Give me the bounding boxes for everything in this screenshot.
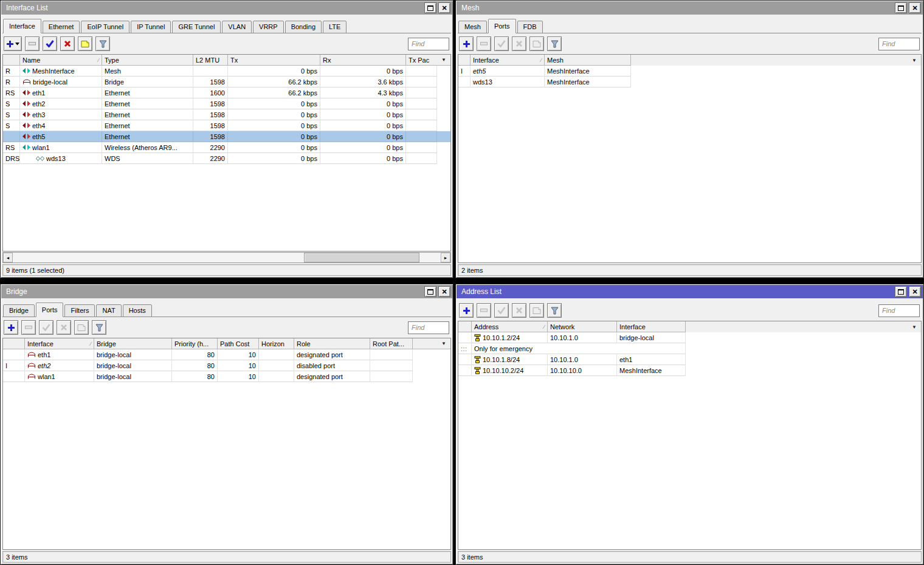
table-row[interactable]: S eth3 Ethernet 1598 0 bps 0 bps bbox=[3, 109, 450, 120]
find-input[interactable] bbox=[408, 321, 449, 334]
table-row[interactable]: R MeshInterface Mesh 0 bps 0 bps bbox=[3, 66, 450, 77]
tab-hosts[interactable]: Hosts bbox=[123, 304, 152, 317]
table-row[interactable]: S eth2 Ethernet 1598 0 bps 0 bps bbox=[3, 98, 450, 109]
txpac-column-header[interactable]: Tx Pac bbox=[406, 55, 437, 66]
column-menu-button[interactable]: ▼ bbox=[908, 55, 921, 66]
find-input[interactable] bbox=[408, 38, 449, 50]
comment-button-disabled[interactable] bbox=[74, 320, 89, 335]
flags-column-header[interactable] bbox=[458, 55, 471, 66]
find-input[interactable] bbox=[878, 38, 920, 50]
tab-vlan[interactable]: VLAN bbox=[222, 21, 252, 33]
table-row[interactable]: wlan1 bridge-local 80 10 designated port bbox=[3, 371, 450, 382]
address-list-titlebar[interactable]: Address List ✕ bbox=[457, 285, 923, 298]
remove-button[interactable] bbox=[477, 303, 491, 318]
tab-ethernet[interactable]: Ethernet bbox=[43, 21, 80, 33]
l2mtu-column-header[interactable]: L2 MTU bbox=[193, 55, 228, 66]
scroll-left-icon[interactable]: ◄ bbox=[3, 253, 13, 262]
find-input[interactable] bbox=[878, 304, 920, 317]
horizon-column-header[interactable]: Horizon bbox=[259, 338, 294, 349]
comment-button-disabled[interactable] bbox=[529, 303, 544, 318]
disable-button-disabled[interactable] bbox=[57, 320, 71, 335]
address-column-header[interactable]: Address∕ bbox=[472, 321, 548, 332]
table-row[interactable]: I eth2 bridge-local 80 10 disabled port bbox=[3, 360, 450, 371]
disable-button[interactable] bbox=[60, 36, 75, 51]
filter-button[interactable] bbox=[95, 36, 110, 51]
flags-column-header[interactable] bbox=[458, 321, 472, 332]
table-row[interactable]: R bridge-local Bridge 1598 66.2 kbps 3.6… bbox=[3, 77, 450, 87]
add-button[interactable] bbox=[4, 36, 22, 51]
table-row[interactable]: S eth4 Ethernet 1598 0 bps 0 bps bbox=[3, 120, 450, 131]
bridge-titlebar[interactable]: Bridge ✕ bbox=[1, 285, 452, 298]
tab-bridge[interactable]: Bridge bbox=[3, 304, 35, 317]
tx-column-header[interactable]: Tx bbox=[228, 55, 320, 66]
tab-nat[interactable]: NAT bbox=[96, 304, 121, 317]
close-button[interactable]: ✕ bbox=[438, 286, 450, 297]
close-button[interactable]: ✕ bbox=[909, 286, 921, 297]
remove-button[interactable] bbox=[477, 36, 491, 51]
enable-button-disabled[interactable] bbox=[494, 303, 509, 318]
enable-button-disabled[interactable] bbox=[39, 320, 53, 335]
tab-ip-tunnel[interactable]: IP Tunnel bbox=[131, 21, 171, 33]
close-button[interactable]: ✕ bbox=[438, 2, 450, 13]
maximize-button[interactable] bbox=[424, 286, 436, 297]
filter-button[interactable] bbox=[92, 320, 106, 335]
rx-column-header[interactable]: Rx bbox=[320, 55, 406, 66]
tab-ports[interactable]: Ports bbox=[36, 303, 64, 317]
horizontal-scrollbar[interactable]: ◄ ► bbox=[2, 252, 451, 263]
scrollbar-track[interactable] bbox=[13, 253, 441, 262]
close-button[interactable]: ✕ bbox=[909, 2, 921, 13]
filter-button[interactable] bbox=[547, 303, 562, 318]
interface-column-header[interactable]: Interface∕ bbox=[25, 338, 94, 349]
table-row[interactable]: I eth5 MeshInterface bbox=[458, 66, 921, 77]
enable-button-disabled[interactable] bbox=[494, 36, 509, 51]
disable-button-disabled[interactable] bbox=[512, 303, 526, 318]
table-row[interactable]: 10.10.1.8/24 10.10.1.0 eth1 bbox=[458, 354, 921, 365]
flags-column-header[interactable] bbox=[3, 55, 20, 66]
tab-vrrp[interactable]: VRRP bbox=[253, 21, 284, 33]
role-column-header[interactable]: Role bbox=[294, 338, 370, 349]
tab-eoip-tunnel[interactable]: EoIP Tunnel bbox=[81, 21, 129, 33]
mesh-column-header[interactable]: Mesh bbox=[545, 55, 631, 66]
table-row[interactable]: wds13 MeshInterface bbox=[458, 77, 921, 87]
tab-gre-tunnel[interactable]: GRE Tunnel bbox=[172, 21, 221, 33]
tab-interface[interactable]: Interface bbox=[3, 19, 41, 33]
enable-button[interactable] bbox=[43, 36, 57, 51]
priority-column-header[interactable]: Priority (h... bbox=[172, 338, 218, 349]
scroll-right-icon[interactable]: ► bbox=[441, 253, 450, 262]
tab-filters[interactable]: Filters bbox=[64, 304, 95, 317]
comment-row[interactable]: ::: Only for emergency bbox=[458, 343, 921, 354]
interface-column-header[interactable]: Interface∕ bbox=[471, 55, 545, 66]
comment-button[interactable] bbox=[78, 36, 92, 51]
column-menu-button[interactable]: ▼ bbox=[437, 338, 450, 349]
interface-list-titlebar[interactable]: Interface List ✕ bbox=[1, 1, 452, 15]
comment-button-disabled[interactable] bbox=[529, 36, 544, 51]
remove-button[interactable] bbox=[21, 320, 36, 335]
maximize-button[interactable] bbox=[895, 2, 907, 13]
table-row[interactable]: 10.10.10.2/24 10.10.10.0 MeshInterface bbox=[458, 365, 921, 376]
table-row[interactable]: DRS wds13 WDS 2290 0 bps 0 bps bbox=[3, 153, 450, 164]
tab-bonding[interactable]: Bonding bbox=[285, 21, 322, 33]
table-row[interactable]: eth1 bridge-local 80 10 designated port bbox=[3, 349, 450, 360]
filter-button[interactable] bbox=[547, 36, 562, 51]
add-button[interactable] bbox=[459, 36, 474, 51]
maximize-button[interactable] bbox=[424, 2, 436, 13]
remove-button[interactable] bbox=[25, 36, 40, 51]
tab-ports[interactable]: Ports bbox=[488, 19, 516, 33]
table-row-selected[interactable]: eth5 Ethernet 1598 0 bps 0 bps bbox=[3, 131, 450, 142]
network-column-header[interactable]: Network bbox=[548, 321, 617, 332]
name-column-header[interactable]: Name∕ bbox=[20, 55, 102, 66]
add-button[interactable] bbox=[4, 320, 18, 335]
maximize-button[interactable] bbox=[895, 286, 907, 297]
tab-fdb[interactable]: FDB bbox=[517, 21, 543, 33]
table-row[interactable]: RS eth1 Ethernet 1600 66.2 kbps 4.3 kbps bbox=[3, 87, 450, 98]
scrollbar-thumb[interactable] bbox=[304, 253, 419, 262]
tab-lte[interactable]: LTE bbox=[323, 21, 346, 33]
mesh-titlebar[interactable]: Mesh ✕ bbox=[457, 1, 923, 15]
column-menu-button[interactable]: ▼ bbox=[437, 55, 450, 66]
table-row[interactable]: RS wlan1 Wireless (Atheros AR9... 2290 0… bbox=[3, 142, 450, 153]
disable-button-disabled[interactable] bbox=[512, 36, 526, 51]
path-cost-column-header[interactable]: Path Cost bbox=[218, 338, 259, 349]
type-column-header[interactable]: Type bbox=[102, 55, 193, 66]
table-row[interactable]: 10.10.1.2/24 10.10.1.0 bridge-local bbox=[458, 332, 921, 343]
tab-mesh[interactable]: Mesh bbox=[458, 21, 487, 33]
